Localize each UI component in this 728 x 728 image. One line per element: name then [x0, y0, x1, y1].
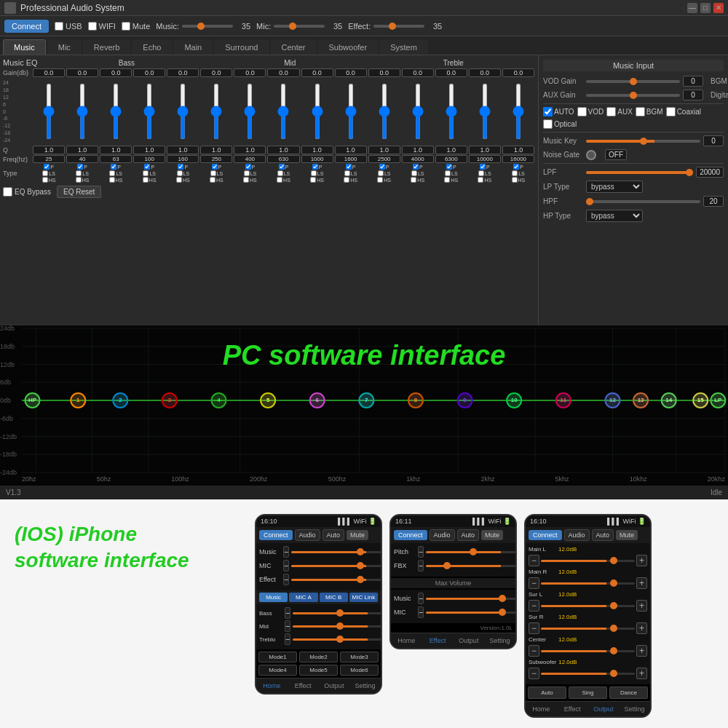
tab-main[interactable]: Main	[173, 39, 213, 55]
phone-mainr-minus[interactable]: −	[529, 577, 539, 589]
type-P-8[interactable]	[312, 164, 318, 170]
type-P-9[interactable]	[346, 164, 352, 170]
type-LS-3[interactable]	[143, 170, 149, 176]
type-HS-0[interactable]	[42, 177, 48, 183]
eq-reset-button[interactable]: EQ Reset	[57, 186, 101, 198]
phone-surr-minus[interactable]: −	[529, 622, 539, 634]
phone-mode5[interactable]: Mode5	[299, 665, 338, 676]
usb-checkbox[interactable]	[55, 22, 63, 31]
type-LS-13[interactable]	[478, 170, 484, 176]
phone-music2-minus[interactable]: −	[418, 593, 424, 604]
phone-subwoofer-plus[interactable]: +	[636, 668, 647, 679]
type-P-6[interactable]	[245, 164, 251, 170]
phone-effect-minus[interactable]: −	[283, 574, 289, 585]
phone-nav-output-1[interactable]: Output	[319, 678, 350, 693]
type-P-11[interactable]	[413, 164, 419, 170]
type-HS-11[interactable]	[411, 177, 416, 183]
type-LS-0[interactable]	[42, 170, 48, 176]
phone-pitch-minus[interactable]: −	[418, 546, 424, 558]
lpf-slider[interactable]	[586, 171, 693, 174]
phone-nav-setting-3[interactable]: Setting	[619, 702, 650, 716]
tab-music[interactable]: Music	[3, 39, 46, 55]
vod-checkbox[interactable]	[577, 107, 587, 116]
phone-nav-home-2[interactable]: Home	[391, 633, 422, 648]
eq-band-slider-12[interactable]	[449, 83, 454, 140]
phone-mic2-slider[interactable]	[426, 612, 517, 614]
phone-mainr-plus[interactable]: +	[636, 577, 647, 589]
type-P-10[interactable]	[379, 164, 385, 170]
type-LS-14[interactable]	[512, 170, 518, 176]
phone-connect-btn-2[interactable]: Connect	[394, 530, 427, 540]
eq-band-slider-13[interactable]	[483, 83, 487, 140]
type-LS-9[interactable]	[344, 170, 350, 176]
phone-surl-slider[interactable]	[541, 605, 635, 607]
mic-slider[interactable]	[274, 25, 325, 28]
phone-mode4[interactable]: Mode4	[258, 665, 297, 676]
type-HS-14[interactable]	[512, 177, 518, 183]
type-HS-12[interactable]	[444, 177, 450, 183]
eq-band-slider-9[interactable]	[349, 83, 353, 140]
phone-mode2[interactable]: Mode2	[299, 652, 338, 662]
phone-nav-output-3[interactable]: Output	[588, 702, 620, 716]
phone-mainl-plus[interactable]: +	[636, 555, 647, 566]
eq-band-slider-8[interactable]	[315, 83, 320, 140]
phone-surr-plus[interactable]: +	[636, 622, 647, 634]
phone-audio-btn-3[interactable]: Audio	[564, 529, 590, 541]
phone-music-minus[interactable]: −	[283, 546, 289, 558]
phone-mute-btn-3[interactable]: Mute	[616, 530, 638, 540]
eq-band-slider-11[interactable]	[416, 83, 420, 140]
type-HS-2[interactable]	[109, 177, 115, 183]
eq-band-slider-6[interactable]	[248, 83, 252, 140]
phone-nav-output-2[interactable]: Output	[454, 633, 485, 648]
type-P-1[interactable]	[77, 164, 83, 170]
phone-mode1[interactable]: Mode1	[258, 652, 297, 662]
type-LS-11[interactable]	[411, 170, 417, 176]
phone-mainl-minus[interactable]: −	[529, 555, 539, 566]
phone-mid-minus[interactable]: −	[285, 620, 290, 632]
phone-subwoofer-minus[interactable]: −	[529, 668, 539, 679]
phone-auto-mode[interactable]: Auto	[528, 687, 566, 699]
phone-subwoofer-slider[interactable]	[541, 673, 635, 675]
phone-mode6[interactable]: Mode6	[340, 665, 379, 676]
type-HS-6[interactable]	[243, 177, 249, 183]
phone-mainr-slider[interactable]	[541, 582, 635, 585]
type-LS-2[interactable]	[109, 170, 115, 176]
phone-treblo-minus[interactable]: −	[285, 633, 290, 645]
type-HS-5[interactable]	[210, 177, 215, 183]
type-P-12[interactable]	[446, 164, 452, 170]
type-LS-5[interactable]	[210, 170, 216, 176]
aux-checkbox[interactable]	[606, 107, 616, 116]
phone-sing-mode[interactable]: Sing	[569, 687, 607, 699]
phone-fbx-slider[interactable]	[426, 565, 517, 567]
type-HS-13[interactable]	[478, 177, 483, 183]
coaxial-checkbox[interactable]	[666, 107, 676, 116]
phone-mainl-slider[interactable]	[541, 560, 635, 562]
tab-surround[interactable]: Surround	[214, 39, 269, 55]
hp-type-select[interactable]: bypass Butterworth Bessel	[586, 210, 643, 222]
type-LS-7[interactable]	[277, 170, 283, 176]
bgm-checkbox[interactable]	[636, 107, 645, 116]
phone-dance-mode[interactable]: Dance	[609, 687, 648, 699]
phone-pitch-slider[interactable]	[426, 551, 517, 553]
eq-band-slider-14[interactable]	[516, 83, 521, 140]
type-LS-6[interactable]	[244, 170, 250, 176]
optical-checkbox[interactable]	[543, 119, 553, 129]
type-LS-10[interactable]	[378, 170, 384, 176]
phone-tab-music[interactable]: Music	[259, 593, 288, 602]
connect-button[interactable]: Connect	[4, 20, 49, 33]
music-slider[interactable]	[182, 25, 233, 28]
wifi-checkbox[interactable]	[88, 22, 97, 31]
type-P-4[interactable]	[178, 164, 183, 170]
phone-nav-effect-3[interactable]: Effect	[557, 702, 588, 716]
auto-checkbox[interactable]	[543, 107, 553, 116]
phone-treblo-slider[interactable]	[293, 638, 382, 641]
type-HS-7[interactable]	[277, 177, 282, 183]
phone-effect-slider[interactable]	[291, 579, 382, 581]
phone-surl-minus[interactable]: −	[529, 600, 539, 612]
phone-tab-mica[interactable]: MIC A	[289, 593, 317, 602]
type-P-14[interactable]	[513, 164, 519, 170]
eq-band-slider-0[interactable]	[47, 83, 51, 140]
phone-mic2-minus[interactable]: −	[418, 606, 424, 618]
type-LS-8[interactable]	[311, 170, 317, 176]
phone-nav-home-1[interactable]: Home	[256, 678, 288, 693]
